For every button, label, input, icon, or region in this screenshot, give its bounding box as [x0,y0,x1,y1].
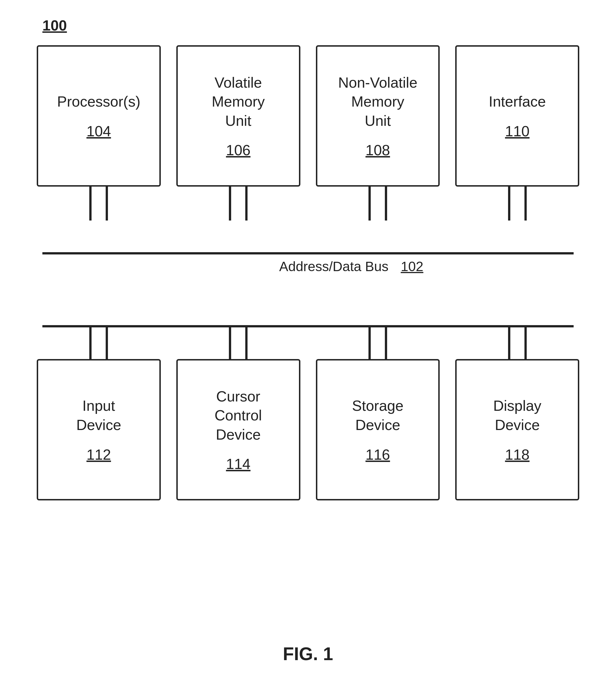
volatile-wrapper: VolatileMemoryUnit 106 [176,45,300,220]
volatile-id: 106 [226,142,251,158]
top-section: Processor(s) 104 VolatileMemoryUnit 106 [28,45,588,291]
input-device-box: InputDevice 112 [37,359,161,500]
cursor-device-wrapper: CursorControlDevice 114 [176,325,300,500]
interface-connector [508,187,527,220]
cursor-device-id: 114 [226,455,251,472]
nonvolatile-connector [369,187,387,220]
figure-label: FIG. 1 [283,643,333,664]
nonvolatile-id: 108 [365,142,390,158]
cursor-device-box: CursorControlDevice 114 [176,359,300,500]
bus-id: 102 [401,259,423,274]
cursor-connector [229,325,247,359]
interface-wrapper: Interface 110 [455,45,579,220]
storage-device-label: StorageDevice [352,396,403,434]
volatile-box: VolatileMemoryUnit 106 [176,45,300,187]
input-connector [89,325,108,359]
interface-label: Interface [488,92,546,111]
display-connector [508,325,527,359]
interface-id: 110 [505,123,530,139]
address-data-bus-line [42,252,574,254]
bus-label: Address/Data Bus 102 [279,259,423,274]
storage-device-id: 116 [365,446,390,463]
bottom-section: InputDevice 112 CursorControlDevice 114 [28,325,588,571]
input-device-id: 112 [86,446,111,463]
processor-box: Processor(s) 104 [37,45,161,187]
display-device-id: 118 [505,446,530,463]
storage-connector [369,325,387,359]
bus-label-text: Address/Data Bus [279,259,389,274]
processor-label: Processor(s) [57,92,140,111]
nonvolatile-wrapper: Non-VolatileMemoryUnit 108 [316,45,440,220]
diagram-page: 100 Processor(s) 104 VolatileMemoryUnit [0,0,616,687]
storage-device-box: StorageDevice 116 [316,359,440,500]
storage-device-wrapper: StorageDevice 116 [316,325,440,500]
display-device-box: DisplayDevice 118 [455,359,579,500]
volatile-label: VolatileMemoryUnit [212,73,265,131]
diagram-title: 100 [42,17,67,34]
input-device-label: InputDevice [76,396,121,434]
cursor-device-label: CursorControlDevice [215,387,262,445]
display-device-label: DisplayDevice [493,396,542,434]
volatile-connector [229,187,247,220]
nonvolatile-box: Non-VolatileMemoryUnit 108 [316,45,440,187]
nonvolatile-label: Non-VolatileMemoryUnit [338,73,417,131]
processor-id: 104 [86,123,111,139]
processor-wrapper: Processor(s) 104 [37,45,161,220]
input-device-wrapper: InputDevice 112 [37,325,161,500]
interface-box: Interface 110 [455,45,579,187]
processor-connector [89,187,108,220]
display-device-wrapper: DisplayDevice 118 [455,325,579,500]
